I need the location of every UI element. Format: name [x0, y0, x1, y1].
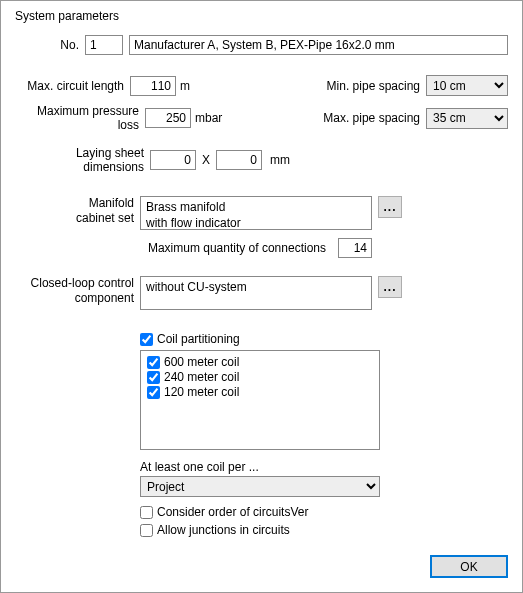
mm-unit: mm: [262, 153, 290, 167]
max-pressure-loss-label: Maximum pressure loss: [15, 104, 145, 132]
manifold-value[interactable]: Brass manifold with flow indicator: [140, 196, 372, 230]
m-unit: m: [176, 79, 190, 93]
manifold-browse-button[interactable]: ...: [378, 196, 402, 218]
max-connections-input[interactable]: [338, 238, 372, 258]
max-pressure-loss-input[interactable]: [145, 108, 191, 128]
sheet-height-input[interactable]: [216, 150, 262, 170]
max-connections-label: Maximum quantity of connections: [148, 241, 332, 255]
coil-item-0[interactable]: 600 meter coil: [147, 355, 373, 369]
manifold-label-2: cabinet set: [76, 211, 134, 225]
coil-item-2[interactable]: 120 meter coil: [147, 385, 373, 399]
laying-sheet-label: Laying sheet dimensions: [15, 146, 150, 174]
ok-button[interactable]: OK: [430, 555, 508, 578]
max-pipe-spacing-label: Max. pipe spacing: [316, 111, 426, 125]
x-label: X: [196, 153, 216, 167]
no-input[interactable]: [85, 35, 123, 55]
no-label: No.: [15, 38, 85, 52]
consider-order-checkbox[interactable]: Consider order of circuitsVer: [140, 505, 380, 519]
manifold-label-1: Manifold: [89, 196, 134, 210]
max-circuit-length-label: Max. circuit length: [15, 79, 130, 93]
closed-loop-label-2: component: [75, 291, 134, 305]
closed-loop-value[interactable]: without CU-system: [140, 276, 372, 310]
coil-item-1[interactable]: 240 meter coil: [147, 370, 373, 384]
coil-partitioning-checkbox[interactable]: Coil partitioning: [140, 332, 380, 346]
allow-junctions-checkbox[interactable]: Allow junctions in circuits: [140, 523, 380, 537]
mbar-unit: mbar: [191, 111, 222, 125]
coil-listbox[interactable]: 600 meter coil240 meter coil120 meter co…: [140, 350, 380, 450]
at-least-one-label: At least one coil per ...: [140, 460, 380, 474]
at-least-one-select[interactable]: Project: [140, 476, 380, 497]
max-pipe-spacing-select[interactable]: 35 cm: [426, 108, 508, 129]
closed-loop-browse-button[interactable]: ...: [378, 276, 402, 298]
dialog-title: System parameters: [15, 9, 508, 23]
min-pipe-spacing-label: Min. pipe spacing: [316, 79, 426, 93]
closed-loop-label-1: Closed-loop control: [31, 276, 134, 290]
min-pipe-spacing-select[interactable]: 10 cm: [426, 75, 508, 96]
max-circuit-length-input[interactable]: [130, 76, 176, 96]
system-name-input[interactable]: [129, 35, 508, 55]
sheet-width-input[interactable]: [150, 150, 196, 170]
